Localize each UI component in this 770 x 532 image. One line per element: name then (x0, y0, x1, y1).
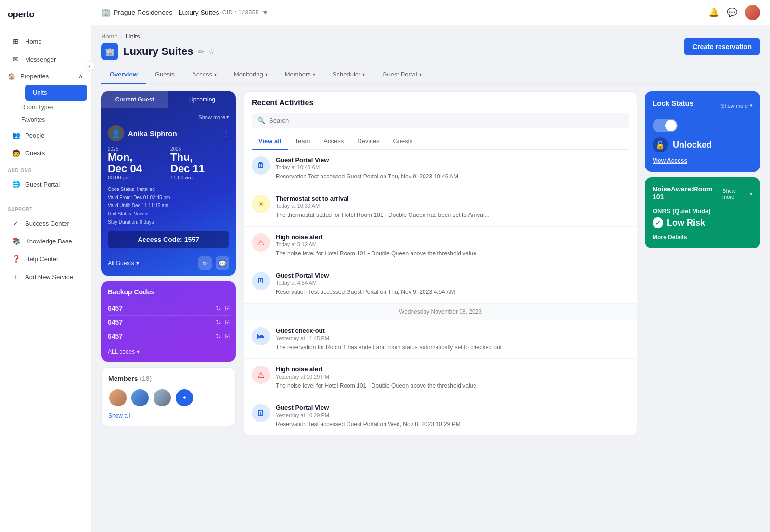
risk-label: Low Risk (667, 218, 705, 228)
more-details-button[interactable]: More Details (653, 234, 753, 241)
tab-upcoming[interactable]: Upcoming (168, 91, 236, 108)
sidebar-collapse-button[interactable]: ‹ (85, 61, 94, 71)
lock-status-label: Unlocked (673, 140, 712, 150)
chat-icon[interactable]: 💬 (727, 7, 737, 18)
sidebar-item-messenger[interactable]: ✉ Messenger (4, 51, 87, 68)
tab-overview[interactable]: Overview (101, 66, 146, 84)
sidebar-item-add-service[interactable]: + Add New Service (4, 268, 87, 285)
search-input[interactable] (269, 117, 623, 124)
activity-item-4: 🗓 Guest Portal View Today at 4:54 AM Res… (244, 265, 637, 304)
activities-title: Recent Activities (252, 99, 629, 107)
copy-code-3-icon[interactable]: ⎘ (225, 332, 229, 340)
all-codes-chevron-icon: ▾ (137, 348, 140, 355)
building-page-icon: 🏢 (105, 47, 115, 56)
sidebar-item-success-center[interactable]: ✓ Success Center (4, 215, 87, 232)
messenger-icon: ✉ (12, 55, 20, 63)
edit-icon[interactable]: ✏ (198, 47, 204, 56)
sidebar-item-people[interactable]: 👥 People (4, 127, 87, 144)
page-icon: 🏢 (101, 43, 118, 60)
copy-code-2-icon[interactable]: ⎘ (225, 318, 229, 326)
sidebar-item-guests[interactable]: 🧑 Guests (4, 144, 87, 162)
members-header: Members (18) (108, 375, 229, 382)
edit-guest-button[interactable]: ✏ (198, 256, 212, 270)
tab-guest-portal[interactable]: Guest Portal ▾ (373, 66, 430, 84)
date-from-time: 03:00 pm (108, 175, 167, 180)
activity-icon-5: 🛏 (252, 327, 270, 345)
sidebar-item-guest-portal[interactable]: 🌐 Guest Portal (4, 176, 87, 193)
knowledge-base-icon: 📚 (12, 237, 20, 245)
filter-tab-guests[interactable]: Guests (386, 134, 419, 150)
guest-menu-icon[interactable]: ⋮ (223, 130, 229, 137)
notification-icon[interactable]: 🔔 (708, 7, 719, 18)
noise-aware-card: NoiseAware:Room 101 Show more ▾ ONRS (Qu… (645, 177, 760, 248)
guest-show-more-button[interactable]: Show more ▾ (198, 114, 229, 120)
activity-icon-1: 🗓 (252, 156, 270, 175)
all-guests-chevron-icon: ▾ (136, 260, 139, 266)
lock-status-card: Lock Status Show more ▾ 🔓 Unlocked (645, 91, 760, 172)
filter-tab-team[interactable]: Team (288, 134, 317, 150)
activity-item-1: 🗓 Guest Portal View Today at 10:46 AM Re… (244, 150, 637, 188)
view-access-button[interactable]: View Access (653, 157, 753, 164)
date-from-day: Mon, (108, 152, 167, 163)
code-status: Code Status: Installed Valid From: Dec 0… (108, 185, 229, 226)
monitoring-chevron-icon: ▾ (265, 72, 268, 77)
onrs-label: ONRS (Quiet Mode) (653, 207, 753, 215)
topbar: 🏢 Prague Residences - Luxury Suites CID … (91, 0, 770, 25)
filter-tab-view-all[interactable]: View all (252, 134, 288, 150)
svg-text:operto: operto (8, 10, 34, 19)
activities-list: 🗓 Guest Portal View Today at 10:46 AM Re… (244, 150, 637, 436)
member-avatar-2 (130, 388, 150, 407)
date-to-block: 2025 Thu, Dec 11 11:00 am (170, 146, 229, 180)
refresh-code-1-icon[interactable]: ↻ (216, 304, 221, 312)
lock-show-more-button[interactable]: Show more ▾ (721, 102, 753, 109)
access-chevron-icon: ▾ (214, 72, 217, 77)
date-from-block: 2025 Mon, Dec 04 03:00 pm (108, 146, 167, 180)
sidebar-item-units[interactable]: Units (25, 85, 87, 101)
sidebar-item-help-center[interactable]: ❓ Help Center (4, 250, 87, 267)
refresh-code-3-icon[interactable]: ↻ (216, 332, 221, 340)
date-from-date: Dec 04 (108, 163, 167, 175)
access-code-button[interactable]: Access Code: 1557 (108, 231, 229, 248)
success-center-icon: ✓ (12, 219, 20, 228)
sidebar-item-knowledge-base[interactable]: 📚 Knowledge Base (4, 232, 87, 250)
sidebar-item-room-types[interactable]: Room Types (21, 101, 91, 114)
sidebar-item-favorites[interactable]: Favorites (21, 114, 91, 126)
all-guests-button[interactable]: All Guests ▾ (108, 260, 139, 266)
filter-tab-devices[interactable]: Devices (350, 134, 386, 150)
activity-icon-7: 🗓 (252, 404, 270, 422)
help-center-icon: ❓ (12, 254, 20, 263)
message-guest-button[interactable]: 💬 (216, 256, 229, 270)
breadcrumb-home[interactable]: Home (101, 33, 118, 40)
sidebar-item-home[interactable]: ⊞ Home (4, 33, 87, 50)
date-to-date: Dec 11 (170, 163, 229, 175)
filter-tab-access[interactable]: Access (317, 134, 350, 150)
breadcrumb-units[interactable]: Units (126, 33, 140, 40)
sidebar-item-properties[interactable]: 🏠 Properties ∧ (0, 68, 91, 84)
members-chevron-icon: ▾ (313, 72, 315, 77)
lock-toggle[interactable] (653, 119, 678, 132)
show-all-members-button[interactable]: Show all (108, 412, 229, 419)
backup-code-row-3: 6457 ↻ ⎘ (108, 329, 229, 343)
tab-access[interactable]: Access ▾ (183, 66, 225, 84)
all-codes-button[interactable]: ALL codes ▾ (108, 348, 229, 355)
app-logo: operto (0, 8, 91, 32)
risk-check-icon: ✓ (653, 217, 663, 228)
noise-show-more-button[interactable]: Show more ▾ (722, 188, 753, 200)
date-separator: Wednesday November 08, 2023 (244, 304, 637, 320)
tab-monitoring[interactable]: Monitoring ▾ (225, 66, 276, 84)
copy-code-1-icon[interactable]: ⎘ (225, 304, 229, 312)
activity-item-6: ⚠ High noise alert Yesterday at 10:29 PM… (244, 359, 637, 397)
create-reservation-button[interactable]: Create reservation (684, 38, 760, 55)
refresh-code-2-icon[interactable]: ↻ (216, 318, 221, 326)
topbar-dropdown-icon[interactable]: ▼ (262, 9, 269, 16)
tab-guests[interactable]: Guests (146, 66, 183, 84)
tab-members[interactable]: Members ▾ (276, 66, 324, 84)
user-avatar[interactable] (745, 5, 760, 20)
people-icon: 👥 (12, 131, 20, 139)
page-title: Luxury Suites (123, 45, 193, 58)
activity-item-2: ☀ Thermostat set to arrival Today at 10:… (244, 188, 637, 227)
tab-current-guest[interactable]: Current Guest (101, 91, 168, 108)
nav-tabs: Overview Guests Access ▾ Monitoring ▾ Me… (101, 66, 760, 84)
star-icon[interactable]: ☆ (208, 47, 215, 56)
tab-scheduler[interactable]: Scheduler ▾ (324, 66, 374, 84)
